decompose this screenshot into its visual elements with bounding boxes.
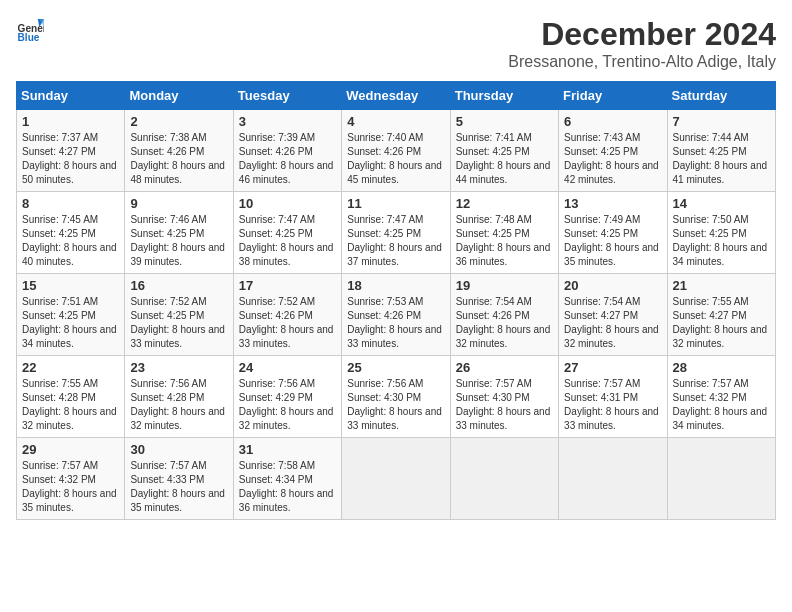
day-number: 28	[673, 360, 770, 375]
calendar-cell	[559, 438, 667, 520]
day-info: Sunrise: 7:51 AMSunset: 4:25 PMDaylight:…	[22, 296, 117, 349]
day-number: 22	[22, 360, 119, 375]
day-info: Sunrise: 7:45 AMSunset: 4:25 PMDaylight:…	[22, 214, 117, 267]
day-info: Sunrise: 7:57 AMSunset: 4:31 PMDaylight:…	[564, 378, 659, 431]
calendar-week-row: 22 Sunrise: 7:55 AMSunset: 4:28 PMDaylig…	[17, 356, 776, 438]
calendar-cell: 11 Sunrise: 7:47 AMSunset: 4:25 PMDaylig…	[342, 192, 450, 274]
day-number: 17	[239, 278, 336, 293]
day-number: 5	[456, 114, 553, 129]
header-monday: Monday	[125, 82, 233, 110]
calendar-week-row: 29 Sunrise: 7:57 AMSunset: 4:32 PMDaylig…	[17, 438, 776, 520]
calendar-cell	[342, 438, 450, 520]
calendar-cell: 7 Sunrise: 7:44 AMSunset: 4:25 PMDayligh…	[667, 110, 775, 192]
day-number: 11	[347, 196, 444, 211]
day-info: Sunrise: 7:54 AMSunset: 4:27 PMDaylight:…	[564, 296, 659, 349]
header-friday: Friday	[559, 82, 667, 110]
calendar-cell: 17 Sunrise: 7:52 AMSunset: 4:26 PMDaylig…	[233, 274, 341, 356]
calendar-week-row: 15 Sunrise: 7:51 AMSunset: 4:25 PMDaylig…	[17, 274, 776, 356]
calendar-cell: 13 Sunrise: 7:49 AMSunset: 4:25 PMDaylig…	[559, 192, 667, 274]
day-info: Sunrise: 7:56 AMSunset: 4:29 PMDaylight:…	[239, 378, 334, 431]
calendar-cell: 19 Sunrise: 7:54 AMSunset: 4:26 PMDaylig…	[450, 274, 558, 356]
day-number: 10	[239, 196, 336, 211]
day-number: 6	[564, 114, 661, 129]
day-info: Sunrise: 7:46 AMSunset: 4:25 PMDaylight:…	[130, 214, 225, 267]
day-info: Sunrise: 7:37 AMSunset: 4:27 PMDaylight:…	[22, 132, 117, 185]
calendar-cell: 6 Sunrise: 7:43 AMSunset: 4:25 PMDayligh…	[559, 110, 667, 192]
calendar-cell	[450, 438, 558, 520]
main-title: December 2024	[508, 16, 776, 53]
day-number: 31	[239, 442, 336, 457]
day-number: 25	[347, 360, 444, 375]
day-info: Sunrise: 7:48 AMSunset: 4:25 PMDaylight:…	[456, 214, 551, 267]
day-number: 12	[456, 196, 553, 211]
day-number: 9	[130, 196, 227, 211]
calendar-cell: 3 Sunrise: 7:39 AMSunset: 4:26 PMDayligh…	[233, 110, 341, 192]
day-info: Sunrise: 7:53 AMSunset: 4:26 PMDaylight:…	[347, 296, 442, 349]
calendar-cell: 1 Sunrise: 7:37 AMSunset: 4:27 PMDayligh…	[17, 110, 125, 192]
day-number: 7	[673, 114, 770, 129]
calendar-cell: 27 Sunrise: 7:57 AMSunset: 4:31 PMDaylig…	[559, 356, 667, 438]
calendar-cell: 16 Sunrise: 7:52 AMSunset: 4:25 PMDaylig…	[125, 274, 233, 356]
calendar-cell: 18 Sunrise: 7:53 AMSunset: 4:26 PMDaylig…	[342, 274, 450, 356]
day-info: Sunrise: 7:38 AMSunset: 4:26 PMDaylight:…	[130, 132, 225, 185]
day-number: 27	[564, 360, 661, 375]
day-number: 21	[673, 278, 770, 293]
day-number: 15	[22, 278, 119, 293]
day-number: 18	[347, 278, 444, 293]
day-info: Sunrise: 7:52 AMSunset: 4:26 PMDaylight:…	[239, 296, 334, 349]
calendar-cell: 25 Sunrise: 7:56 AMSunset: 4:30 PMDaylig…	[342, 356, 450, 438]
calendar-header-row: SundayMondayTuesdayWednesdayThursdayFrid…	[17, 82, 776, 110]
header: General Blue December 2024 Bressanone, T…	[16, 16, 776, 71]
calendar-cell: 30 Sunrise: 7:57 AMSunset: 4:33 PMDaylig…	[125, 438, 233, 520]
day-number: 1	[22, 114, 119, 129]
day-info: Sunrise: 7:47 AMSunset: 4:25 PMDaylight:…	[239, 214, 334, 267]
day-info: Sunrise: 7:56 AMSunset: 4:28 PMDaylight:…	[130, 378, 225, 431]
day-info: Sunrise: 7:39 AMSunset: 4:26 PMDaylight:…	[239, 132, 334, 185]
calendar-cell: 29 Sunrise: 7:57 AMSunset: 4:32 PMDaylig…	[17, 438, 125, 520]
day-info: Sunrise: 7:47 AMSunset: 4:25 PMDaylight:…	[347, 214, 442, 267]
header-tuesday: Tuesday	[233, 82, 341, 110]
day-number: 2	[130, 114, 227, 129]
day-info: Sunrise: 7:57 AMSunset: 4:30 PMDaylight:…	[456, 378, 551, 431]
day-info: Sunrise: 7:55 AMSunset: 4:27 PMDaylight:…	[673, 296, 768, 349]
calendar-cell: 21 Sunrise: 7:55 AMSunset: 4:27 PMDaylig…	[667, 274, 775, 356]
day-info: Sunrise: 7:43 AMSunset: 4:25 PMDaylight:…	[564, 132, 659, 185]
calendar-cell: 22 Sunrise: 7:55 AMSunset: 4:28 PMDaylig…	[17, 356, 125, 438]
day-number: 20	[564, 278, 661, 293]
day-info: Sunrise: 7:56 AMSunset: 4:30 PMDaylight:…	[347, 378, 442, 431]
day-info: Sunrise: 7:40 AMSunset: 4:26 PMDaylight:…	[347, 132, 442, 185]
calendar-cell: 8 Sunrise: 7:45 AMSunset: 4:25 PMDayligh…	[17, 192, 125, 274]
day-info: Sunrise: 7:50 AMSunset: 4:25 PMDaylight:…	[673, 214, 768, 267]
header-wednesday: Wednesday	[342, 82, 450, 110]
day-info: Sunrise: 7:57 AMSunset: 4:32 PMDaylight:…	[22, 460, 117, 513]
day-info: Sunrise: 7:58 AMSunset: 4:34 PMDaylight:…	[239, 460, 334, 513]
day-info: Sunrise: 7:57 AMSunset: 4:32 PMDaylight:…	[673, 378, 768, 431]
calendar-cell: 23 Sunrise: 7:56 AMSunset: 4:28 PMDaylig…	[125, 356, 233, 438]
calendar-cell	[667, 438, 775, 520]
calendar-table: SundayMondayTuesdayWednesdayThursdayFrid…	[16, 81, 776, 520]
day-info: Sunrise: 7:52 AMSunset: 4:25 PMDaylight:…	[130, 296, 225, 349]
calendar-cell: 4 Sunrise: 7:40 AMSunset: 4:26 PMDayligh…	[342, 110, 450, 192]
day-info: Sunrise: 7:55 AMSunset: 4:28 PMDaylight:…	[22, 378, 117, 431]
calendar-cell: 14 Sunrise: 7:50 AMSunset: 4:25 PMDaylig…	[667, 192, 775, 274]
day-number: 14	[673, 196, 770, 211]
day-number: 16	[130, 278, 227, 293]
calendar-cell: 24 Sunrise: 7:56 AMSunset: 4:29 PMDaylig…	[233, 356, 341, 438]
day-number: 4	[347, 114, 444, 129]
calendar-cell: 26 Sunrise: 7:57 AMSunset: 4:30 PMDaylig…	[450, 356, 558, 438]
day-number: 24	[239, 360, 336, 375]
svg-text:Blue: Blue	[18, 32, 40, 43]
day-number: 3	[239, 114, 336, 129]
day-number: 30	[130, 442, 227, 457]
calendar-cell: 9 Sunrise: 7:46 AMSunset: 4:25 PMDayligh…	[125, 192, 233, 274]
day-number: 19	[456, 278, 553, 293]
calendar-week-row: 8 Sunrise: 7:45 AMSunset: 4:25 PMDayligh…	[17, 192, 776, 274]
day-info: Sunrise: 7:54 AMSunset: 4:26 PMDaylight:…	[456, 296, 551, 349]
calendar-cell: 2 Sunrise: 7:38 AMSunset: 4:26 PMDayligh…	[125, 110, 233, 192]
day-number: 29	[22, 442, 119, 457]
header-saturday: Saturday	[667, 82, 775, 110]
calendar-cell: 28 Sunrise: 7:57 AMSunset: 4:32 PMDaylig…	[667, 356, 775, 438]
day-number: 26	[456, 360, 553, 375]
calendar-cell: 12 Sunrise: 7:48 AMSunset: 4:25 PMDaylig…	[450, 192, 558, 274]
logo-icon: General Blue	[16, 16, 44, 44]
